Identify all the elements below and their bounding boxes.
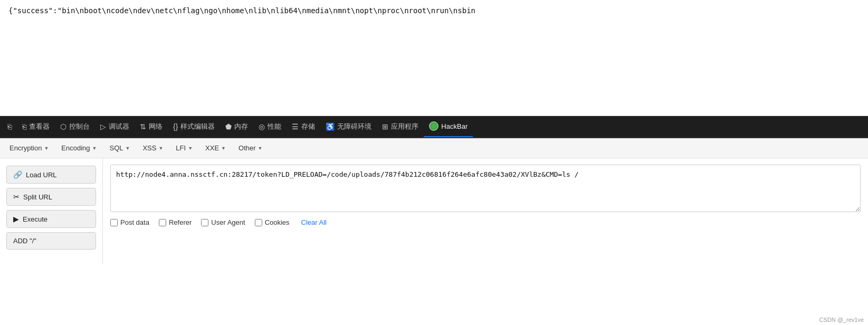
accessibility-icon: ♿ <box>326 122 335 131</box>
execute-button[interactable]: ▶ Execute <box>6 210 96 228</box>
sql-btn[interactable]: SQL ▼ <box>104 142 135 154</box>
inspector-label: 查看器 <box>29 122 50 131</box>
output-area: {"success":"bin\nboot\ncode\ndev\netc\nf… <box>0 0 868 116</box>
console-label: 控制台 <box>69 122 90 131</box>
menu-encryption[interactable]: Encryption ▼ <box>4 142 54 154</box>
memory-label: 内存 <box>234 122 248 131</box>
performance-icon: ◎ <box>259 122 265 131</box>
encryption-chevron: ▼ <box>44 146 49 151</box>
menu-other[interactable]: Other ▼ <box>233 142 268 154</box>
accessibility-label: 无障碍环境 <box>337 122 371 131</box>
menu-lfi[interactable]: LFI ▼ <box>170 142 198 154</box>
other-chevron: ▼ <box>258 146 263 151</box>
xxe-chevron: ▼ <box>221 146 226 151</box>
devtools-item-network[interactable]: ⇅ 网络 <box>135 116 168 137</box>
lfi-label: LFI <box>176 144 186 152</box>
devtools-bar: ⎗ ⎗ 查看器 ⬡ 控制台 ▷ 调试器 ⇅ 网络 {} 样式编辑器 ⬟ 内存 ◎… <box>0 116 868 138</box>
url-input[interactable] <box>110 165 861 212</box>
devtools-item-application[interactable]: ⊞ 应用程序 <box>377 116 424 137</box>
add-slash-button[interactable]: ADD "/" <box>6 232 96 250</box>
footer: CSDN @_rev1ve <box>815 314 868 325</box>
storage-icon: ☰ <box>292 122 299 131</box>
network-icon: ⇅ <box>140 122 146 131</box>
xxe-btn[interactable]: XXE ▼ <box>200 142 231 154</box>
execute-label: Execute <box>23 215 47 223</box>
hackbar-main: Post data Referer User Agent Cookies Cle… <box>103 158 868 264</box>
debugger-label: 调试器 <box>109 122 129 131</box>
inspector-icon: ⎗ <box>22 122 26 131</box>
clear-all-label: Clear All <box>301 218 327 226</box>
hackbar-tab[interactable]: HackBar <box>424 116 473 137</box>
other-btn[interactable]: Other ▼ <box>233 142 268 154</box>
load-url-label: Load URL <box>26 171 57 179</box>
other-label: Other <box>239 144 256 152</box>
referer-checkbox-label[interactable]: Referer <box>159 218 192 226</box>
cookies-checkbox-label[interactable]: Cookies <box>255 218 290 226</box>
user-agent-checkbox[interactable] <box>201 219 208 226</box>
encryption-label: Encryption <box>9 144 42 152</box>
devtools-item-inspector[interactable]: ⎗ 查看器 <box>17 116 55 137</box>
memory-icon: ⬟ <box>225 122 232 131</box>
user-agent-checkbox-label[interactable]: User Agent <box>201 218 245 226</box>
devtools-item-memory[interactable]: ⬟ 内存 <box>220 116 253 137</box>
network-label: 网络 <box>149 122 163 131</box>
xss-btn[interactable]: XSS ▼ <box>137 142 168 154</box>
style-editor-icon: {} <box>173 122 178 131</box>
devtools-icon-btn[interactable]: ⎗ <box>2 116 17 137</box>
devtools-item-storage[interactable]: ☰ 存储 <box>287 116 320 137</box>
post-data-checkbox-label[interactable]: Post data <box>110 218 149 226</box>
debugger-icon: ▷ <box>100 122 106 131</box>
devtools-item-accessibility[interactable]: ♿ 无障碍环境 <box>320 116 377 137</box>
console-icon: ⬡ <box>60 122 66 131</box>
encoding-chevron: ▼ <box>92 146 97 151</box>
split-url-button[interactable]: ✂ Split URL <box>6 188 96 206</box>
xxe-label: XXE <box>205 144 219 152</box>
encryption-btn[interactable]: Encryption ▼ <box>4 142 54 154</box>
add-slash-label: ADD "/" <box>13 237 36 245</box>
clear-all-button[interactable]: Clear All <box>299 218 329 226</box>
devtools-item-console[interactable]: ⬡ 控制台 <box>55 116 95 137</box>
xss-chevron: ▼ <box>158 146 163 151</box>
split-url-label: Split URL <box>23 193 52 201</box>
output-text: {"success":"bin\nboot\ncode\ndev\netc\nf… <box>8 6 475 15</box>
hackbar-sidebar: 🔗 Load URL ✂ Split URL ▶ Execute ADD "/" <box>0 158 103 264</box>
style-editor-label: 样式编辑器 <box>180 122 215 131</box>
hackbar-logo <box>429 121 438 131</box>
menu-xss[interactable]: XSS ▼ <box>137 142 168 154</box>
application-label: 应用程序 <box>391 122 418 131</box>
hackbar-menu-bar: Encryption ▼ Encoding ▼ SQL ▼ XSS ▼ LFI … <box>0 138 868 158</box>
storage-label: 存储 <box>301 122 315 131</box>
menu-sql[interactable]: SQL ▼ <box>104 142 135 154</box>
devtools-item-style-editor[interactable]: {} 样式编辑器 <box>168 116 220 137</box>
split-url-icon: ✂ <box>13 193 20 201</box>
performance-label: 性能 <box>268 122 281 131</box>
application-icon: ⊞ <box>382 122 388 131</box>
sql-label: SQL <box>109 144 123 152</box>
execute-icon: ▶ <box>13 215 19 223</box>
referer-label: Referer <box>169 218 192 226</box>
devtools-item-debugger[interactable]: ▷ 调试器 <box>95 116 135 137</box>
menu-xxe[interactable]: XXE ▼ <box>200 142 231 154</box>
user-agent-label: User Agent <box>211 218 245 226</box>
load-url-icon: 🔗 <box>13 170 22 179</box>
encoding-label: Encoding <box>61 144 90 152</box>
menu-encoding[interactable]: Encoding ▼ <box>56 142 102 154</box>
checkbox-row: Post data Referer User Agent Cookies Cle… <box>110 218 861 226</box>
cookies-checkbox[interactable] <box>255 219 262 226</box>
lfi-chevron: ▼ <box>188 146 193 151</box>
cookies-label: Cookies <box>265 218 290 226</box>
post-data-checkbox[interactable] <box>110 219 118 226</box>
hackbar-body: 🔗 Load URL ✂ Split URL ▶ Execute ADD "/"… <box>0 158 868 264</box>
sql-chevron: ▼ <box>126 146 130 151</box>
devtools-icon: ⎗ <box>7 122 12 131</box>
devtools-item-performance[interactable]: ◎ 性能 <box>253 116 287 137</box>
footer-text: CSDN @_rev1ve <box>819 317 864 323</box>
lfi-btn[interactable]: LFI ▼ <box>170 142 198 154</box>
hackbar-label: HackBar <box>441 122 468 130</box>
encoding-btn[interactable]: Encoding ▼ <box>56 142 102 154</box>
post-data-label: Post data <box>120 218 149 226</box>
xss-label: XSS <box>142 144 156 152</box>
load-url-button[interactable]: 🔗 Load URL <box>6 166 96 184</box>
referer-checkbox[interactable] <box>159 219 166 226</box>
